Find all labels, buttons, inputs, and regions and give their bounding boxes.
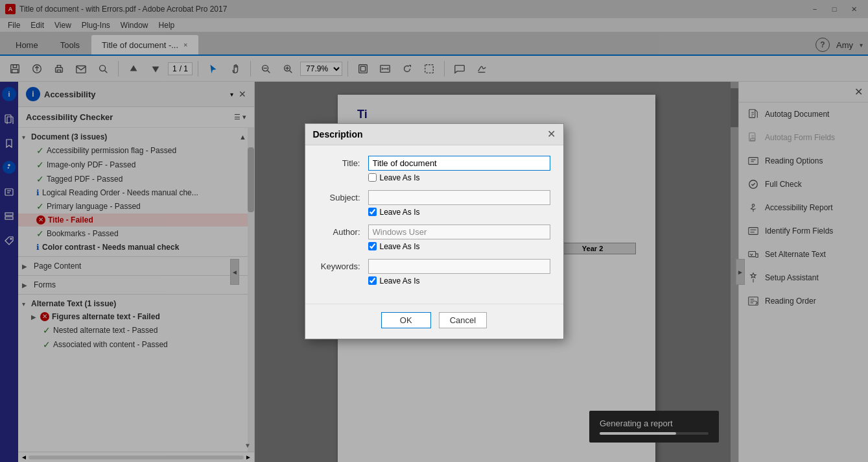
dialog-close-button[interactable]: ✕ [547, 129, 556, 140]
dialog-title-bar: Description ✕ [305, 124, 563, 145]
subject-label: Subject: [318, 190, 360, 202]
author-leave-as-is: Leave As Is [368, 242, 550, 251]
keywords-leave-checkbox[interactable] [368, 276, 377, 285]
author-leave-checkbox[interactable] [368, 242, 377, 250]
dialog-body: Title: Leave As Is Subject: Leave As I [305, 145, 563, 304]
author-field-col: Leave As Is [368, 225, 550, 251]
title-leave-label: Leave As Is [380, 173, 420, 182]
description-dialog: Description ✕ Title: Leave As Is Subject… [305, 123, 564, 339]
ok-button[interactable]: OK [381, 312, 431, 328]
keywords-label: Keywords: [318, 259, 360, 271]
subject-leave-as-is: Leave As Is [368, 208, 550, 217]
title-leave-as-is: Leave As Is [368, 173, 550, 182]
subject-field-col: Leave As Is [368, 190, 550, 217]
title-field-row: Title: Leave As Is [318, 156, 550, 182]
keywords-field-row: Keywords: Leave As Is [318, 259, 550, 286]
title-field-col: Leave As Is [368, 156, 550, 182]
subject-leave-label: Leave As Is [380, 208, 420, 217]
subject-field-row: Subject: Leave As Is [318, 190, 550, 217]
keywords-leave-label: Leave As Is [380, 276, 420, 286]
author-field-row: Author: Leave As Is [318, 225, 550, 251]
keywords-field-col: Leave As Is [368, 259, 550, 286]
title-label: Title: [318, 156, 360, 168]
dialog-buttons: OK Cancel [305, 304, 563, 339]
keywords-leave-as-is: Leave As Is [368, 276, 550, 286]
title-leave-checkbox[interactable] [368, 173, 377, 182]
author-leave-label: Leave As Is [380, 242, 420, 251]
subject-leave-checkbox[interactable] [368, 208, 377, 216]
keywords-input[interactable] [368, 259, 550, 274]
author-input[interactable] [368, 225, 550, 239]
subject-input[interactable] [368, 190, 550, 205]
author-label: Author: [318, 225, 360, 237]
dialog-title: Description [313, 129, 363, 140]
title-input[interactable] [368, 156, 550, 171]
cancel-button[interactable]: Cancel [439, 312, 487, 328]
dialog-overlay: Description ✕ Title: Leave As Is Subject… [0, 0, 868, 462]
